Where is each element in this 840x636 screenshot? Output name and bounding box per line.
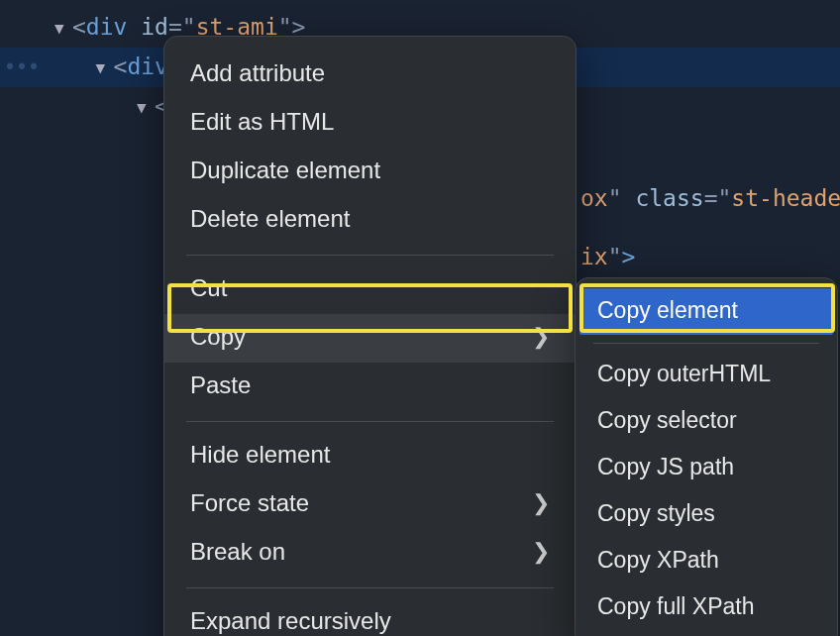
expand-toggle-icon[interactable]: ▼ — [96, 50, 114, 87]
menu-separator — [186, 255, 554, 256]
menu-separator — [593, 343, 819, 344]
expand-toggle-icon[interactable]: ▼ — [137, 89, 155, 127]
menu-item-duplicate-element[interactable]: Duplicate element — [164, 148, 576, 196]
chevron-right-icon: ❯ — [532, 320, 550, 354]
menu-item-expand-recursively[interactable]: Expand recursively — [164, 598, 576, 636]
submenu-item-copy-full-xpath[interactable]: Copy full XPath — [576, 584, 837, 631]
submenu-item-copy-js-path[interactable]: Copy JS path — [576, 445, 837, 491]
submenu-item-copy-selector[interactable]: Copy selector — [576, 398, 837, 445]
context-menu: Add attribute Edit as HTML Duplicate ele… — [163, 36, 577, 636]
tag-name: div — [86, 14, 128, 40]
dom-fragment: ox" class="st-header- — [580, 179, 840, 217]
menu-separator — [186, 421, 554, 422]
menu-item-cut[interactable]: Cut — [164, 265, 576, 314]
menu-item-hide-element[interactable]: Hide element — [164, 432, 576, 480]
submenu-item-copy-element[interactable]: Copy element — [579, 288, 833, 335]
copy-submenu: Copy element Copy outerHTML Copy selecto… — [575, 277, 838, 636]
menu-item-break-on[interactable]: Break on❯ — [164, 529, 576, 578]
menu-item-edit-as-html[interactable]: Edit as HTML — [164, 99, 576, 148]
menu-item-add-attribute[interactable]: Add attribute — [164, 51, 576, 99]
menu-item-paste[interactable]: Paste — [164, 363, 576, 411]
menu-item-copy[interactable]: Copy❯ — [164, 314, 576, 363]
attr-name: id — [141, 14, 168, 40]
submenu-item-copy-outerhtml[interactable]: Copy outerHTML — [576, 352, 837, 398]
chevron-right-icon: ❯ — [532, 535, 550, 569]
tag-name: div — [127, 53, 168, 79]
menu-item-delete-element[interactable]: Delete element — [164, 196, 576, 245]
submenu-item-copy-xpath[interactable]: Copy XPath — [576, 538, 837, 584]
expand-toggle-icon[interactable]: ▼ — [54, 10, 72, 48]
dom-fragment: ix"> — [580, 238, 635, 275]
menu-item-force-state[interactable]: Force state❯ — [164, 480, 576, 529]
chevron-right-icon: ❯ — [532, 486, 550, 520]
overflow-dots-icon[interactable]: ••• — [0, 53, 48, 80]
menu-separator — [186, 587, 554, 588]
submenu-item-copy-styles[interactable]: Copy styles — [576, 491, 837, 538]
